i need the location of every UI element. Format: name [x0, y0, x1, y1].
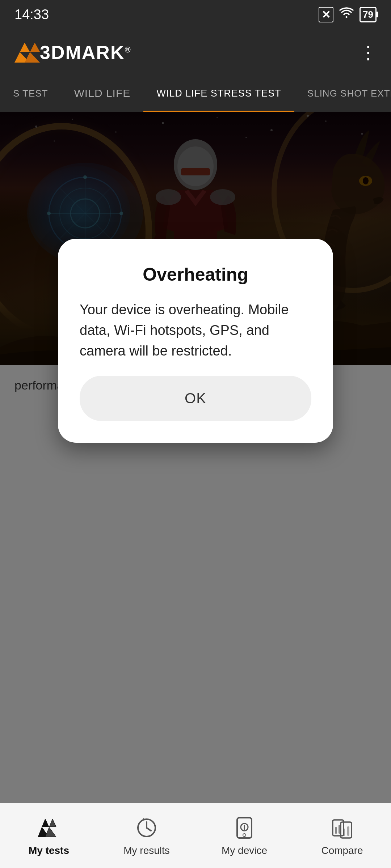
tests-nav-icon — [38, 817, 60, 839]
status-bar: 14:33 ✕ 79 — [0, 0, 391, 29]
nav-item-my-results[interactable]: My results — [98, 815, 196, 856]
tab-sling-shot-extreme[interactable]: SLING SHOT EXTREM — [294, 76, 391, 112]
compare-icon — [329, 815, 355, 841]
nav-label-compare: Compare — [321, 845, 363, 856]
svg-rect-50 — [335, 827, 337, 834]
nav-item-compare[interactable]: Compare — [293, 815, 391, 856]
logo: 3DMARK® — [14, 42, 131, 63]
dialog-ok-button[interactable]: OK — [80, 376, 311, 421]
tab-bar: S TEST WILD LIFE WILD LIFE STRESS TEST S… — [0, 76, 391, 112]
logo-arrow-icon — [14, 43, 40, 63]
device-nav-icon — [235, 817, 253, 839]
svg-rect-53 — [347, 826, 349, 836]
wifi-icon — [339, 8, 354, 21]
battery-icon: 79 — [360, 7, 377, 22]
tab-s-test[interactable]: S TEST — [0, 76, 61, 112]
nav-label-my-device: My device — [222, 845, 267, 856]
sim-icon: ✕ — [319, 7, 333, 22]
nav-item-my-tests[interactable]: My tests — [0, 815, 98, 856]
overheating-dialog: Overheating Your device is overheating. … — [58, 239, 333, 443]
more-options-button[interactable]: ⋮ — [359, 42, 377, 63]
nav-label-my-results: My results — [123, 845, 170, 856]
svg-marker-1 — [25, 43, 40, 63]
bottom-nav: My tests My results — [0, 803, 391, 868]
logo-text: 3DMARK® — [40, 42, 131, 63]
tests-icon — [36, 815, 62, 841]
device-icon — [232, 815, 257, 841]
tab-wild-life-stress-test[interactable]: WILD LIFE STRESS TEST — [143, 76, 294, 112]
nav-item-my-device[interactable]: My device — [196, 815, 293, 856]
app-header: 3DMARK® ⋮ — [0, 29, 391, 76]
dialog-title: Overheating — [143, 264, 248, 285]
status-time: 14:33 — [14, 7, 49, 22]
nav-label-my-tests: My tests — [29, 845, 69, 856]
svg-marker-40 — [45, 819, 56, 837]
tab-wild-life[interactable]: WILD LIFE — [61, 76, 144, 112]
svg-rect-51 — [339, 825, 341, 834]
dialog-overlay: Overheating Your device is overheating. … — [0, 112, 391, 365]
compare-nav-icon — [331, 817, 353, 839]
status-icons: ✕ 79 — [319, 7, 377, 22]
dialog-message: Your device is overheating. Mobile data,… — [80, 299, 311, 361]
svg-point-47 — [243, 834, 246, 837]
svg-rect-52 — [343, 829, 345, 836]
results-icon — [134, 815, 159, 841]
results-nav-icon — [136, 817, 157, 839]
